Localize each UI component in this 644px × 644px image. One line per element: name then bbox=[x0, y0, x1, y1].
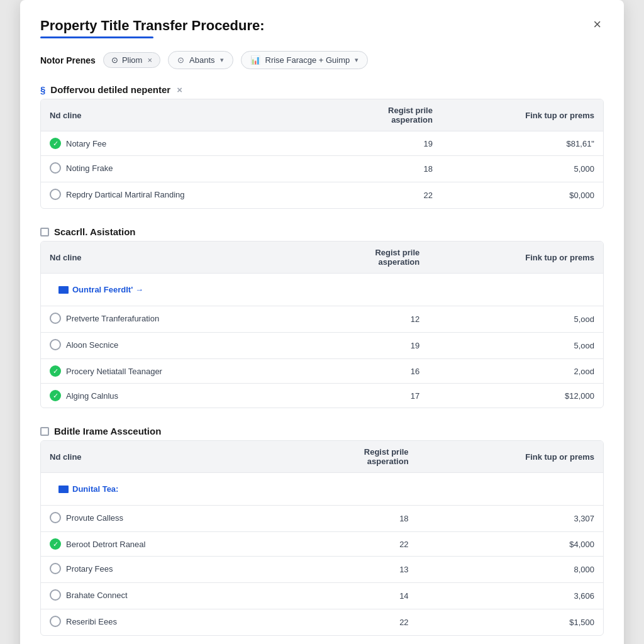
row-col2: 17 bbox=[303, 384, 428, 408]
row-col3: 2,ood bbox=[428, 359, 603, 384]
chip-text: Pliom bbox=[122, 55, 143, 65]
row-label: Aloon Secnice bbox=[66, 340, 118, 350]
check-green-icon: ✓ bbox=[50, 390, 61, 401]
table-row: Protary Fees138,000 bbox=[41, 557, 603, 583]
rrise-dropdown[interactable]: 📊 Rrise Faracge + Guimp ▾ bbox=[241, 51, 369, 69]
col-header-2: Fink tup or prems bbox=[418, 441, 603, 473]
modal-header: Property Title Transfer Procedure: × bbox=[40, 18, 604, 34]
section-title: Bditle Irame Assceution bbox=[54, 426, 161, 436]
row-label-cell: ✓Beroot Detrort Raneal bbox=[41, 532, 284, 557]
sub-link[interactable]: Dunital Tea: bbox=[50, 479, 594, 499]
chip-icon: ⊙ bbox=[111, 55, 118, 65]
abants-dropdown[interactable]: ⊙ Abants ▾ bbox=[168, 51, 233, 69]
row-label-cell: Provute Calless bbox=[41, 506, 284, 532]
table-container-1: Nd clineRegist prileasperationFink tup o… bbox=[40, 99, 604, 209]
row-col2: 22 bbox=[284, 609, 418, 636]
check-empty-icon bbox=[50, 616, 61, 627]
table-3: Nd clineRegist prileasperationFink tup o… bbox=[41, 441, 603, 635]
sub-link-cell: Ountral FeerdIt' → bbox=[41, 274, 603, 306]
row-col3: 5,000 bbox=[441, 156, 603, 182]
row-col2: 13 bbox=[284, 557, 418, 583]
row-check[interactable]: ✓Alging Calnlus bbox=[50, 390, 118, 401]
rrise-chevron-icon: ▾ bbox=[355, 56, 358, 64]
section-title: Doffervou detiled nepenter bbox=[50, 84, 170, 95]
row-col2: 22 bbox=[326, 182, 441, 209]
row-check[interactable]: Reseribi Eees bbox=[50, 616, 117, 627]
abants-icon: ⊙ bbox=[177, 55, 184, 65]
sub-link-icon bbox=[58, 486, 69, 493]
row-check[interactable]: Provute Calless bbox=[50, 512, 123, 523]
pliom-chip[interactable]: ⊙ Pliom × bbox=[103, 52, 160, 68]
table-row: Reseribi Eees22$1,500 bbox=[41, 609, 603, 636]
table-row: Pretverte Tranferafuration125,ood bbox=[41, 306, 603, 333]
sub-link-row: Ountral FeerdIt' → bbox=[41, 274, 603, 306]
section-3: Bditle Irame AssceutionNd clineRegist pr… bbox=[40, 419, 604, 636]
row-check[interactable]: Repdry Dartical Martiral Randing bbox=[50, 189, 185, 200]
row-label: Alging Calnlus bbox=[66, 391, 118, 401]
col-header-1: Regist prileasperation bbox=[284, 441, 418, 473]
table-row: ✓Beroot Detrort Raneal22$4,000 bbox=[41, 532, 603, 557]
check-green-icon: ✓ bbox=[50, 365, 61, 377]
row-label-cell: Noting Frake bbox=[41, 156, 326, 182]
row-check[interactable]: Aloon Secnice bbox=[50, 339, 118, 350]
table-row: ✓Alging Calnlus17$12,000 bbox=[41, 384, 603, 408]
sub-link[interactable]: Ountral FeerdIt' → bbox=[50, 280, 594, 299]
row-label-cell: Protary Fees bbox=[41, 557, 284, 583]
row-check[interactable]: ✓Procery Netiatall Teanager bbox=[50, 365, 162, 377]
col-header-2: Fink tup or prems bbox=[428, 242, 603, 274]
rrise-icon: 📊 bbox=[250, 55, 260, 65]
abants-label: Abants bbox=[189, 55, 214, 65]
section-title: Scacrll. Asistation bbox=[54, 226, 136, 237]
row-col2: 18 bbox=[326, 156, 441, 182]
row-label: Beroot Detrort Raneal bbox=[66, 540, 145, 549]
check-empty-icon bbox=[50, 162, 61, 174]
table-row: ✓Notary Fee19$81,61" bbox=[41, 131, 603, 156]
section-checkbox-icon[interactable] bbox=[40, 427, 49, 436]
col-header-0: Nd cline bbox=[41, 441, 284, 473]
chip-close-icon[interactable]: × bbox=[147, 55, 152, 65]
section-header-3: Bditle Irame Assceution bbox=[40, 419, 604, 440]
rrise-label: Rrise Faracge + Guimp bbox=[265, 55, 350, 65]
modal-container: Property Title Transfer Procedure: × Not… bbox=[20, 0, 624, 644]
abants-chevron-icon: ▾ bbox=[220, 56, 224, 64]
table-2: Nd clineRegist prileasperationFink tup o… bbox=[41, 242, 603, 408]
row-col2: 12 bbox=[303, 306, 428, 333]
row-col2: 19 bbox=[303, 333, 428, 359]
col-header-2: Fink tup or prems bbox=[441, 99, 603, 131]
row-label-cell: Reseribi Eees bbox=[41, 609, 284, 636]
section-type-icon: § bbox=[40, 84, 45, 95]
section-2: Scacrll. AsistationNd clineRegist prilea… bbox=[40, 220, 604, 408]
section-close-icon[interactable]: × bbox=[177, 84, 182, 95]
sub-link-text: Dunital Tea: bbox=[72, 484, 118, 494]
table-row: Aloon Secnice195,ood bbox=[41, 333, 603, 359]
row-check[interactable]: ✓Notary Fee bbox=[50, 138, 106, 149]
check-green-icon: ✓ bbox=[50, 538, 61, 550]
row-label-cell: Pretverte Tranferafuration bbox=[41, 306, 303, 333]
row-label-cell: ✓Notary Fee bbox=[41, 131, 326, 156]
row-label: Noting Frake bbox=[66, 164, 113, 173]
row-label: Notary Fee bbox=[66, 139, 106, 148]
row-col3: $81,61" bbox=[441, 131, 603, 156]
row-col3: 5,ood bbox=[428, 306, 603, 333]
filter-row: Notor Prenes ⊙ Pliom × ⊙ Abants ▾ 📊 Rris… bbox=[40, 51, 604, 69]
table-row: Repdry Dartical Martiral Randing22$0,000 bbox=[41, 182, 603, 209]
table-row: Provute Calless183,307 bbox=[41, 506, 603, 532]
row-label: Pretverte Tranferafuration bbox=[66, 314, 159, 323]
row-label-cell: ✓Alging Calnlus bbox=[41, 384, 303, 408]
sub-link-cell: Dunital Tea: bbox=[41, 473, 603, 506]
row-check[interactable]: ✓Beroot Detrort Raneal bbox=[50, 538, 145, 550]
col-header-1: Regist prileasperation bbox=[326, 99, 441, 131]
row-col2: 19 bbox=[326, 131, 441, 156]
row-check[interactable]: Pretverte Tranferafuration bbox=[50, 313, 159, 324]
row-col3: 3,606 bbox=[418, 583, 603, 609]
row-col2: 18 bbox=[284, 506, 418, 532]
check-empty-icon bbox=[50, 512, 61, 523]
section-checkbox-icon[interactable] bbox=[40, 228, 49, 236]
row-check[interactable]: Protary Fees bbox=[50, 563, 113, 574]
row-check[interactable]: Noting Frake bbox=[50, 162, 113, 174]
table-1: Nd clineRegist prileasperationFink tup o… bbox=[41, 99, 603, 208]
row-check[interactable]: Brahate Connect bbox=[50, 589, 128, 601]
row-col2: 16 bbox=[303, 359, 428, 384]
table-row: Brahate Connect143,606 bbox=[41, 583, 603, 609]
close-button[interactable]: × bbox=[591, 16, 604, 33]
